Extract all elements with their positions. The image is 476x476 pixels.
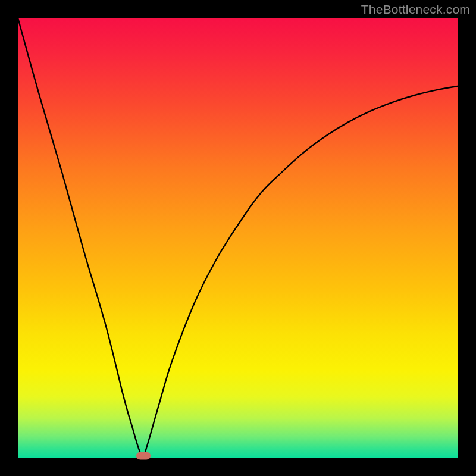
chart-frame: TheBottleneck.com <box>0 0 476 476</box>
curve-layer <box>18 18 458 458</box>
watermark-text: TheBottleneck.com <box>361 2 470 17</box>
curve-right-branch <box>143 86 458 458</box>
minimum-marker <box>136 452 151 460</box>
curve-left-branch <box>18 18 143 458</box>
plot-area <box>18 18 458 458</box>
